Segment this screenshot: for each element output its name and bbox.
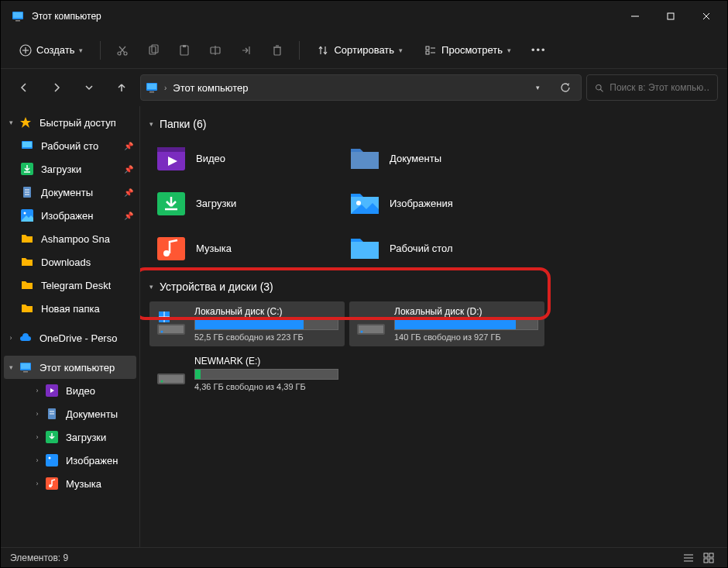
drive-free-text: 4,36 ГБ свободно из 4,39 ГБ — [194, 382, 338, 391]
cloud-icon — [19, 332, 32, 344]
sidebar-this-pc[interactable]: ▾Этот компьютер — [4, 356, 136, 379]
sidebar-downloads3[interactable]: ›Загрузки — [1, 425, 139, 449]
pin-icon: 📌 — [124, 188, 133, 197]
desktop-folder-icon — [349, 232, 380, 263]
ellipsis-icon: ••• — [531, 44, 547, 56]
sidebar-downloads[interactable]: Загрузки📌 — [1, 157, 139, 181]
svg-rect-42 — [21, 363, 30, 369]
folder-music[interactable]: Музыка — [149, 225, 343, 270]
folder-downloads[interactable]: Загрузки — [149, 181, 343, 225]
chevron-down-icon: ▾ — [536, 84, 540, 91]
sort-button[interactable]: Сортировать ▾ — [307, 37, 412, 64]
refresh-icon — [560, 82, 571, 93]
chevron-right-icon: › — [32, 433, 43, 441]
create-button[interactable]: Создать ▾ — [10, 37, 92, 64]
drive-icon — [355, 308, 386, 339]
maximize-button[interactable] — [653, 1, 689, 32]
grid-icon — [703, 553, 714, 563]
history-button[interactable] — [75, 74, 103, 102]
sidebar-documents2[interactable]: ›Документы — [1, 402, 139, 425]
sidebar-documents[interactable]: Документы📌 — [1, 181, 139, 204]
group-drives-header[interactable]: ▾Устройства и диски (3) — [149, 275, 718, 298]
trash-icon — [271, 44, 283, 57]
details-view-button[interactable] — [679, 550, 698, 566]
copy-icon — [147, 44, 160, 57]
folder-pictures[interactable]: Изображения — [343, 181, 537, 225]
plus-circle-icon — [19, 44, 32, 57]
svg-rect-29 — [149, 91, 154, 93]
sidebar-pictures[interactable]: Изображен📌 — [1, 204, 139, 227]
cut-button[interactable] — [108, 37, 136, 64]
paste-button[interactable] — [170, 37, 198, 64]
folder-icon — [21, 232, 33, 245]
picture-icon — [46, 454, 58, 466]
more-button[interactable]: ••• — [524, 37, 555, 64]
copy-button[interactable] — [139, 37, 167, 64]
chevron-down-icon: ▾ — [399, 46, 403, 54]
chevron-right-icon: › — [32, 456, 43, 464]
svg-line-31 — [600, 89, 603, 91]
sidebar-pictures2[interactable]: ›Изображен — [1, 449, 139, 472]
sidebar-music[interactable]: ›Музыка — [1, 472, 139, 495]
svg-point-50 — [49, 457, 51, 460]
delete-button[interactable] — [263, 37, 291, 64]
tiles-view-button[interactable] — [699, 550, 718, 566]
sidebar-newfolder[interactable]: Новая папка — [1, 297, 139, 320]
sidebar-onedrive[interactable]: ›OneDrive - Perso — [1, 326, 139, 349]
svg-rect-28 — [147, 84, 156, 89]
document-icon — [46, 408, 58, 420]
video-icon — [46, 384, 58, 397]
back-button[interactable] — [10, 74, 38, 102]
svg-rect-61 — [351, 242, 379, 259]
chevron-down-icon: ▾ — [149, 120, 153, 128]
svg-rect-79 — [704, 559, 708, 563]
sidebar-quick-access[interactable]: ▾Быстрый доступ — [1, 111, 139, 134]
minimize-button[interactable] — [617, 1, 653, 32]
drive-item[interactable]: Локальный диск (D:)140 ГБ свободно из 92… — [349, 301, 544, 346]
svg-point-73 — [161, 380, 163, 383]
picture-icon — [21, 209, 33, 222]
music-icon — [46, 477, 58, 490]
share-button[interactable] — [232, 37, 260, 64]
breadcrumb-root[interactable]: Этот компьютер — [173, 82, 248, 94]
drive-item[interactable]: NEWMARK (E:)4,36 ГБ свободно из 4,39 ГБ — [149, 351, 345, 396]
search-icon — [595, 83, 603, 93]
folder-documents[interactable]: Документы — [343, 136, 537, 181]
svg-rect-20 — [274, 47, 280, 55]
address-bar[interactable]: › Этот компьютер ▾ — [140, 74, 582, 101]
rename-icon — [209, 44, 221, 57]
addr-dropdown-button[interactable]: ▾ — [527, 84, 548, 91]
close-button[interactable] — [689, 1, 724, 32]
forward-button[interactable] — [43, 74, 70, 102]
sidebar-telegram[interactable]: Telegram Deskt — [1, 274, 139, 297]
sidebar-downloads2[interactable]: Downloads — [1, 250, 139, 274]
sidebar-desktop[interactable]: Рабочий сто📌 — [1, 134, 139, 157]
drive-icon — [156, 308, 187, 339]
sidebar-ashampoo[interactable]: Ashampoo Sna — [1, 227, 139, 250]
chevron-right-icon: › — [32, 410, 43, 418]
desktop-icon — [21, 139, 33, 152]
folder-video[interactable]: Видео — [149, 136, 343, 181]
view-button[interactable]: Просмотреть ▾ — [415, 37, 520, 64]
svg-rect-54 — [157, 147, 185, 152]
pin-icon: 📌 — [124, 212, 133, 220]
rename-button[interactable] — [201, 37, 229, 64]
refresh-button[interactable] — [555, 82, 576, 93]
svg-point-30 — [596, 84, 601, 89]
drive-icon — [156, 358, 187, 389]
search-input[interactable] — [610, 82, 709, 93]
star-icon — [19, 116, 32, 129]
svg-rect-33 — [22, 142, 32, 147]
up-button[interactable] — [108, 74, 136, 102]
group-folders-header[interactable]: ▾Папки (6) — [149, 112, 718, 136]
drive-item[interactable]: Локальный диск (C:)52,5 ГБ свободно из 2… — [149, 301, 345, 346]
navbar: › Этот компьютер ▾ — [1, 69, 727, 106]
svg-rect-49 — [46, 454, 58, 466]
svg-point-64 — [161, 331, 163, 333]
status-count: Элементов: 9 — [10, 553, 68, 563]
folder-desktop[interactable]: Рабочий стол — [343, 225, 537, 270]
search-box[interactable] — [586, 74, 718, 101]
svg-rect-17 — [183, 45, 186, 47]
sidebar-video[interactable]: ›Видео — [1, 379, 139, 402]
svg-point-40 — [24, 212, 26, 215]
